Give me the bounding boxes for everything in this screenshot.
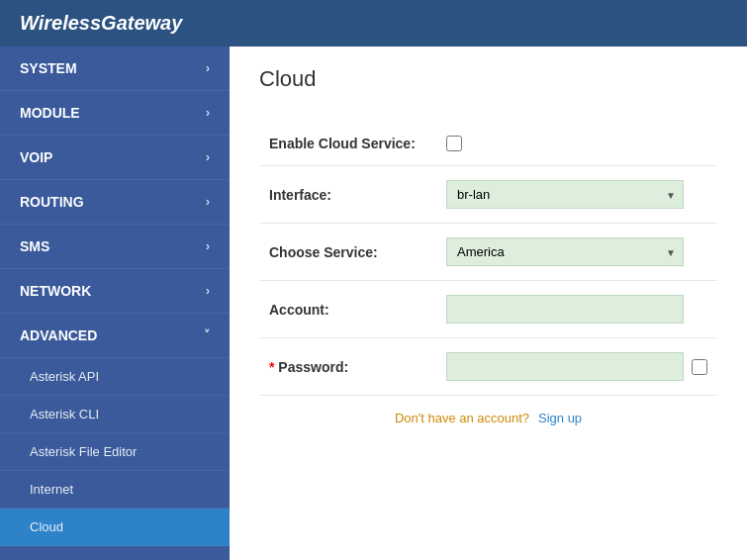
choose-service-row: Choose Service: America Europe Asia: [259, 224, 717, 281]
choose-service-select-wrapper: America Europe Asia: [446, 237, 684, 266]
chevron-right-icon: ›: [206, 61, 210, 75]
chevron-down-icon: ˅: [204, 328, 210, 342]
password-label: Password:: [269, 359, 348, 375]
interface-cell: br-lan eth0 wlan0: [436, 166, 717, 224]
sidebar-item-label: VOIP: [20, 149, 52, 165]
account-input[interactable]: [446, 295, 684, 324]
sidebar-subitem-asterisk-file-editor[interactable]: Asterisk File Editor: [0, 433, 230, 471]
sidebar-subitem-label: Asterisk API: [30, 369, 99, 384]
sidebar-item-label: NETWORK: [20, 283, 91, 299]
sidebar-item-label: SMS: [20, 238, 49, 254]
chevron-right-icon: ›: [206, 106, 210, 120]
sidebar: SYSTEM › MODULE › VOIP › ROUTING › SMS ›…: [0, 47, 230, 560]
chevron-right-icon: ›: [206, 239, 210, 253]
sidebar-subitem-internet[interactable]: Internet: [0, 471, 230, 509]
signup-row: Don't have an account? Sign up: [259, 396, 717, 440]
main-content: Cloud Enable Cloud Service: Interface:: [230, 47, 747, 560]
app-header: WirelessGateway: [0, 0, 747, 47]
cloud-form: Enable Cloud Service: Interface: br-lan: [259, 122, 717, 439]
app-title: WirelessGateway: [20, 12, 182, 34]
sidebar-subitem-cloud[interactable]: Cloud: [0, 509, 230, 546]
choose-service-cell: America Europe Asia: [436, 224, 717, 281]
account-row: Account:: [259, 281, 717, 338]
chevron-right-icon: ›: [206, 284, 210, 298]
sidebar-subitem-label: Asterisk CLI: [30, 407, 99, 421]
sidebar-subitem-asterisk-api[interactable]: Asterisk API: [0, 358, 230, 396]
chevron-right-icon: ›: [206, 150, 210, 164]
sidebar-item-system[interactable]: SYSTEM ›: [0, 47, 230, 91]
interface-label: Interface:: [259, 166, 436, 224]
sidebar-item-sms[interactable]: SMS ›: [0, 225, 230, 269]
sidebar-item-label: MODULE: [20, 105, 80, 121]
enable-cloud-service-row: Enable Cloud Service:: [259, 122, 717, 166]
sign-up-link[interactable]: Sign up: [538, 411, 582, 425]
sidebar-item-network[interactable]: NETWORK ›: [0, 269, 230, 314]
interface-select-wrapper: br-lan eth0 wlan0: [446, 180, 684, 209]
choose-service-label: Choose Service:: [259, 224, 436, 281]
sidebar-subitem-label: Internet: [30, 482, 73, 497]
signup-cell: Don't have an account? Sign up: [259, 396, 717, 440]
password-input[interactable]: [446, 352, 684, 381]
account-label: Account:: [259, 281, 436, 338]
password-label-cell: Password:: [259, 338, 436, 396]
enable-cloud-service-label: Enable Cloud Service:: [259, 122, 436, 166]
dont-have-account-text: Don't have an account?: [395, 411, 529, 425]
sidebar-subitem-label: Cloud: [30, 519, 63, 534]
sidebar-item-routing[interactable]: ROUTING ›: [0, 180, 230, 225]
enable-cloud-service-checkbox[interactable]: [446, 136, 462, 151]
enable-cloud-service-cell: [436, 122, 717, 166]
page-title: Cloud: [259, 66, 717, 102]
sidebar-item-advanced[interactable]: ADVANCED ˅: [0, 314, 230, 358]
sidebar-item-label: ADVANCED: [20, 327, 97, 343]
account-cell: [436, 281, 717, 338]
password-cell: [436, 338, 717, 396]
sidebar-item-label: ROUTING: [20, 194, 84, 210]
password-row: Password:: [259, 338, 717, 396]
sidebar-item-label: SYSTEM: [20, 60, 77, 76]
chevron-right-icon: ›: [206, 195, 210, 209]
sidebar-item-voip[interactable]: VOIP ›: [0, 136, 230, 180]
sidebar-subitem-label: Asterisk File Editor: [30, 444, 137, 459]
interface-row: Interface: br-lan eth0 wlan0: [259, 166, 717, 224]
sidebar-item-module[interactable]: MODULE ›: [0, 91, 230, 136]
choose-service-select[interactable]: America Europe Asia: [446, 237, 684, 266]
sidebar-subitem-asterisk-cli[interactable]: Asterisk CLI: [0, 396, 230, 433]
interface-select[interactable]: br-lan eth0 wlan0: [446, 180, 684, 209]
password-show-checkbox[interactable]: [692, 359, 707, 375]
